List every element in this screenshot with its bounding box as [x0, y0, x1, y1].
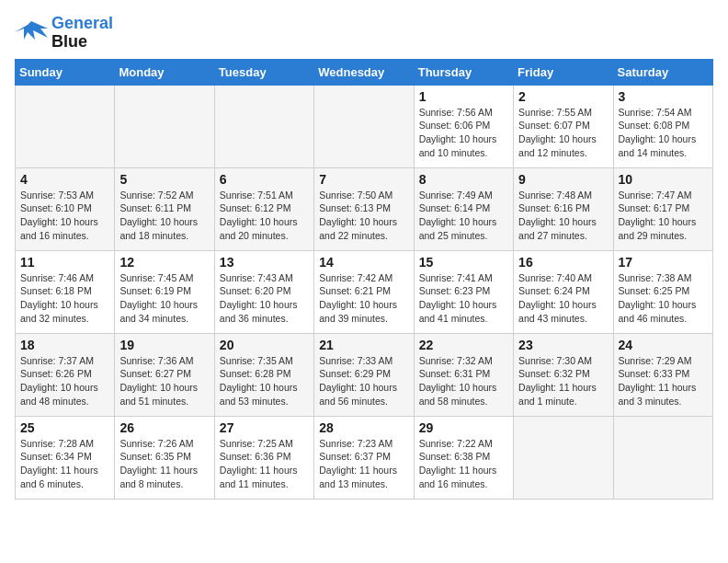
- day-number: 13: [220, 255, 309, 270]
- calendar-day-cell: 28Sunrise: 7:23 AM Sunset: 6:37 PM Dayli…: [314, 416, 414, 499]
- day-info: Sunrise: 7:42 AM Sunset: 6:21 PM Dayligh…: [319, 271, 408, 326]
- calendar-day-cell: 7Sunrise: 7:50 AM Sunset: 6:13 PM Daylig…: [314, 167, 414, 250]
- day-number: 29: [419, 420, 508, 435]
- day-number: 9: [518, 172, 608, 187]
- calendar-day-cell: 3Sunrise: 7:54 AM Sunset: 6:08 PM Daylig…: [613, 85, 712, 167]
- calendar-day-cell: 1Sunrise: 7:56 AM Sunset: 6:06 PM Daylig…: [414, 85, 513, 167]
- day-info: Sunrise: 7:38 AM Sunset: 6:25 PM Dayligh…: [619, 271, 708, 326]
- calendar-day-cell: 11Sunrise: 7:46 AM Sunset: 6:18 PM Dayli…: [16, 250, 115, 333]
- col-header-sunday: Sunday: [16, 59, 115, 85]
- calendar-day-cell: [115, 85, 214, 167]
- day-number: 14: [319, 255, 408, 270]
- day-number: 19: [119, 338, 209, 352]
- calendar-day-cell: 24Sunrise: 7:29 AM Sunset: 6:33 PM Dayli…: [613, 333, 712, 416]
- day-info: Sunrise: 7:23 AM Sunset: 6:37 PM Dayligh…: [319, 437, 408, 491]
- calendar-table: SundayMondayTuesdayWednesdayThursdayFrid…: [15, 59, 713, 500]
- day-info: Sunrise: 7:50 AM Sunset: 6:13 PM Dayligh…: [319, 189, 408, 243]
- calendar-day-cell: 22Sunrise: 7:32 AM Sunset: 6:31 PM Dayli…: [414, 333, 513, 416]
- day-info: Sunrise: 7:22 AM Sunset: 6:38 PM Dayligh…: [419, 437, 508, 491]
- calendar-week-row: 25Sunrise: 7:28 AM Sunset: 6:34 PM Dayli…: [16, 416, 713, 499]
- calendar-day-cell: 27Sunrise: 7:25 AM Sunset: 6:36 PM Dayli…: [214, 416, 313, 499]
- day-number: 18: [20, 338, 109, 352]
- day-info: Sunrise: 7:49 AM Sunset: 6:14 PM Dayligh…: [419, 189, 508, 243]
- day-number: 4: [20, 172, 109, 187]
- day-number: 22: [419, 338, 508, 352]
- day-info: Sunrise: 7:30 AM Sunset: 6:32 PM Dayligh…: [518, 354, 608, 408]
- calendar-day-cell: 19Sunrise: 7:36 AM Sunset: 6:27 PM Dayli…: [115, 333, 214, 416]
- calendar-day-cell: 16Sunrise: 7:40 AM Sunset: 6:24 PM Dayli…: [514, 250, 613, 333]
- calendar-week-row: 4Sunrise: 7:53 AM Sunset: 6:10 PM Daylig…: [16, 167, 713, 250]
- day-number: 23: [518, 338, 608, 352]
- calendar-day-cell: 29Sunrise: 7:22 AM Sunset: 6:38 PM Dayli…: [414, 416, 513, 499]
- day-info: Sunrise: 7:43 AM Sunset: 6:20 PM Dayligh…: [220, 271, 309, 326]
- calendar-day-cell: 13Sunrise: 7:43 AM Sunset: 6:20 PM Dayli…: [214, 250, 313, 333]
- calendar-header-row: SundayMondayTuesdayWednesdayThursdayFrid…: [16, 59, 713, 85]
- day-number: 3: [619, 89, 708, 104]
- day-number: 6: [220, 172, 309, 187]
- page-header: GeneralBlue: [15, 15, 713, 52]
- day-info: Sunrise: 7:55 AM Sunset: 6:07 PM Dayligh…: [518, 106, 608, 160]
- day-info: Sunrise: 7:33 AM Sunset: 6:29 PM Dayligh…: [319, 354, 408, 408]
- calendar-day-cell: 21Sunrise: 7:33 AM Sunset: 6:29 PM Dayli…: [314, 333, 414, 416]
- day-info: Sunrise: 7:56 AM Sunset: 6:06 PM Dayligh…: [419, 106, 508, 160]
- svg-marker-0: [15, 21, 48, 40]
- day-number: 24: [619, 338, 708, 352]
- calendar-day-cell: 26Sunrise: 7:26 AM Sunset: 6:35 PM Dayli…: [115, 416, 214, 499]
- day-info: Sunrise: 7:35 AM Sunset: 6:28 PM Dayligh…: [220, 354, 309, 408]
- day-number: 10: [619, 172, 708, 187]
- col-header-thursday: Thursday: [414, 59, 513, 85]
- day-number: 16: [518, 255, 608, 270]
- day-number: 12: [119, 255, 209, 270]
- calendar-day-cell: [613, 416, 712, 499]
- calendar-day-cell: [16, 85, 115, 167]
- day-info: Sunrise: 7:32 AM Sunset: 6:31 PM Dayligh…: [419, 354, 508, 408]
- calendar-week-row: 18Sunrise: 7:37 AM Sunset: 6:26 PM Dayli…: [16, 333, 713, 416]
- calendar-day-cell: 20Sunrise: 7:35 AM Sunset: 6:28 PM Dayli…: [214, 333, 313, 416]
- day-info: Sunrise: 7:26 AM Sunset: 6:35 PM Dayligh…: [119, 437, 209, 491]
- day-number: 7: [319, 172, 408, 187]
- col-header-monday: Monday: [115, 59, 214, 85]
- day-info: Sunrise: 7:40 AM Sunset: 6:24 PM Dayligh…: [518, 271, 608, 326]
- day-number: 25: [20, 420, 109, 435]
- day-number: 28: [319, 420, 408, 435]
- calendar-week-row: 1Sunrise: 7:56 AM Sunset: 6:06 PM Daylig…: [16, 85, 713, 167]
- calendar-day-cell: 9Sunrise: 7:48 AM Sunset: 6:16 PM Daylig…: [514, 167, 613, 250]
- day-info: Sunrise: 7:51 AM Sunset: 6:12 PM Dayligh…: [220, 189, 309, 243]
- calendar-day-cell: [314, 85, 414, 167]
- calendar-body: 1Sunrise: 7:56 AM Sunset: 6:06 PM Daylig…: [16, 85, 713, 499]
- day-number: 2: [518, 89, 608, 104]
- day-info: Sunrise: 7:52 AM Sunset: 6:11 PM Dayligh…: [119, 189, 209, 243]
- day-info: Sunrise: 7:25 AM Sunset: 6:36 PM Dayligh…: [220, 437, 309, 491]
- calendar-day-cell: 25Sunrise: 7:28 AM Sunset: 6:34 PM Dayli…: [16, 416, 115, 499]
- calendar-day-cell: 23Sunrise: 7:30 AM Sunset: 6:32 PM Dayli…: [514, 333, 613, 416]
- day-info: Sunrise: 7:36 AM Sunset: 6:27 PM Dayligh…: [119, 354, 209, 408]
- calendar-day-cell: 8Sunrise: 7:49 AM Sunset: 6:14 PM Daylig…: [414, 167, 513, 250]
- calendar-day-cell: 17Sunrise: 7:38 AM Sunset: 6:25 PM Dayli…: [613, 250, 712, 333]
- calendar-week-row: 11Sunrise: 7:46 AM Sunset: 6:18 PM Dayli…: [16, 250, 713, 333]
- day-number: 1: [419, 89, 508, 104]
- logo: GeneralBlue: [15, 15, 113, 52]
- day-number: 11: [20, 255, 109, 270]
- col-header-friday: Friday: [514, 59, 613, 85]
- calendar-day-cell: 12Sunrise: 7:45 AM Sunset: 6:19 PM Dayli…: [115, 250, 214, 333]
- day-number: 20: [220, 338, 309, 352]
- calendar-day-cell: 14Sunrise: 7:42 AM Sunset: 6:21 PM Dayli…: [314, 250, 414, 333]
- calendar-day-cell: 15Sunrise: 7:41 AM Sunset: 6:23 PM Dayli…: [414, 250, 513, 333]
- day-info: Sunrise: 7:41 AM Sunset: 6:23 PM Dayligh…: [419, 271, 508, 326]
- calendar-day-cell: 4Sunrise: 7:53 AM Sunset: 6:10 PM Daylig…: [16, 167, 115, 250]
- logo-icon: [15, 19, 48, 47]
- calendar-day-cell: [214, 85, 313, 167]
- logo-text: GeneralBlue: [51, 15, 113, 52]
- day-number: 8: [419, 172, 508, 187]
- day-info: Sunrise: 7:54 AM Sunset: 6:08 PM Dayligh…: [619, 106, 708, 160]
- col-header-saturday: Saturday: [613, 59, 712, 85]
- day-info: Sunrise: 7:48 AM Sunset: 6:16 PM Dayligh…: [518, 189, 608, 243]
- calendar-day-cell: 2Sunrise: 7:55 AM Sunset: 6:07 PM Daylig…: [514, 85, 613, 167]
- day-number: 27: [220, 420, 309, 435]
- day-info: Sunrise: 7:37 AM Sunset: 6:26 PM Dayligh…: [20, 354, 109, 408]
- day-number: 26: [119, 420, 209, 435]
- day-number: 15: [419, 255, 508, 270]
- day-info: Sunrise: 7:53 AM Sunset: 6:10 PM Dayligh…: [20, 189, 109, 243]
- day-number: 21: [319, 338, 408, 352]
- calendar-day-cell: 18Sunrise: 7:37 AM Sunset: 6:26 PM Dayli…: [16, 333, 115, 416]
